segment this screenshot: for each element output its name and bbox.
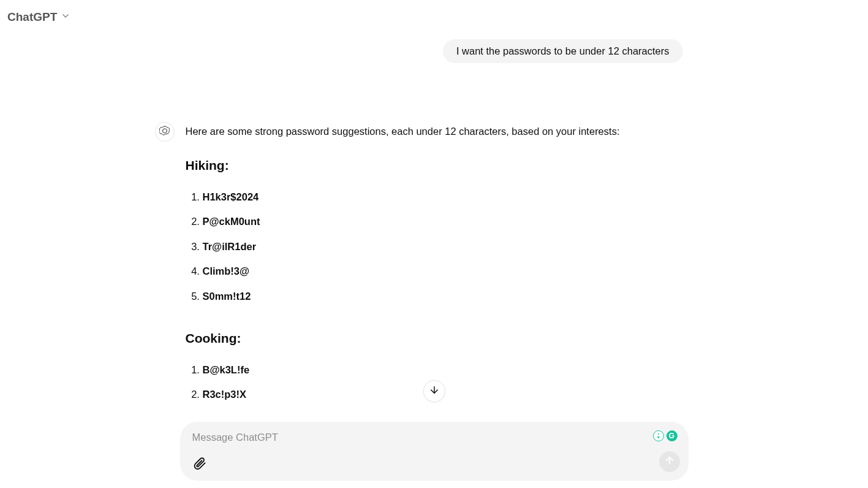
assistant-message-content: Here are some strong password suggestion… <box>186 122 685 414</box>
list-item: P@ckM0unt <box>203 209 685 234</box>
arrow-down-icon <box>429 384 440 398</box>
model-label: ChatGPT <box>7 10 57 24</box>
password-list-hiking: H1k3r$2024 P@ckM0unt Tr@ilR1der Climb!3@… <box>186 185 685 308</box>
message-input[interactable] <box>191 430 677 444</box>
grammarly-g-label: G <box>669 432 674 440</box>
attach-file-button[interactable] <box>191 456 208 473</box>
conversation-scroll[interactable]: I want the passwords to be under 12 char… <box>0 34 868 414</box>
scroll-to-bottom-button[interactable] <box>423 380 445 402</box>
user-message-bubble: I want the passwords to be under 12 char… <box>443 39 683 63</box>
password-value: Stir&Ch0p <box>203 413 252 414</box>
list-item: S0mm!t12 <box>203 284 685 308</box>
composer: G <box>180 422 689 481</box>
list-item: H1k3r$2024 <box>203 185 685 209</box>
list-item: Climb!3@ <box>203 259 685 283</box>
list-item: Tr@ilR1der <box>203 234 685 259</box>
extension-badges: G <box>653 430 677 441</box>
assistant-avatar <box>155 122 175 142</box>
password-value: H1k3r$2024 <box>203 191 259 202</box>
send-button[interactable] <box>659 451 680 472</box>
grammarly-suggestions-icon[interactable] <box>653 430 664 441</box>
user-message-row: I want the passwords to be under 12 char… <box>183 39 685 63</box>
paperclip-icon <box>193 457 206 473</box>
grammarly-icon[interactable]: G <box>666 430 677 441</box>
list-item: B@k3L!fe <box>203 357 685 382</box>
assistant-intro-text: Here are some strong password suggestion… <box>186 123 685 139</box>
password-value: S0mm!t12 <box>203 291 251 302</box>
list-item: Stir&Ch0p <box>203 406 685 414</box>
model-selector[interactable]: ChatGPT <box>5 7 73 28</box>
password-value: P@ckM0unt <box>203 216 260 227</box>
password-value: Climb!3@ <box>203 265 250 276</box>
assistant-message-row: Here are some strong password suggestion… <box>183 122 685 414</box>
svg-point-1 <box>657 433 659 435</box>
password-value: Tr@ilR1der <box>203 241 257 252</box>
password-value: B@k3L!fe <box>203 364 250 375</box>
section-heading: Cooking: <box>186 328 685 349</box>
chevron-down-icon <box>61 10 70 24</box>
openai-logo-icon <box>159 125 170 139</box>
section-heading: Hiking: <box>186 155 685 176</box>
arrow-up-icon <box>664 455 675 468</box>
password-value: R3c!p3!X <box>203 389 247 400</box>
